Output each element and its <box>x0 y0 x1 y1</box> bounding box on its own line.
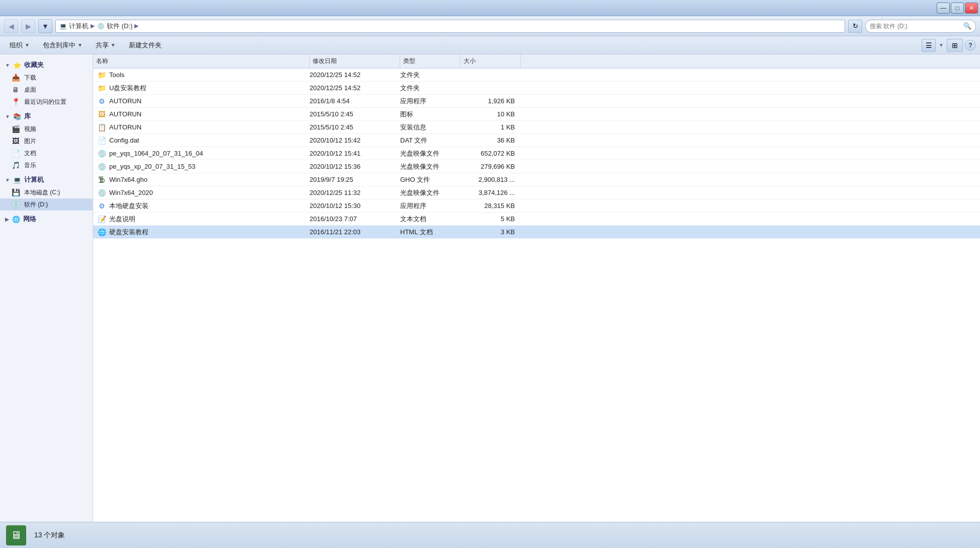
sidebar-section-library: ▼ 📚 库 🎬 视频 🖼 图片 📄 文档 🎵 音乐 <box>0 110 93 171</box>
file-type-cell: 光盘映像文件 <box>400 188 461 197</box>
table-row[interactable]: 📄 Config.dat 2020/10/12 15:42 DAT 文件 36 … <box>93 134 980 147</box>
file-list-header: 名称 修改日期 类型 大小 <box>93 54 980 68</box>
sidebar-section-computer-header[interactable]: ▼ 💻 计算机 <box>0 173 93 186</box>
sidebar-item-downloads[interactable]: 📥 下载 <box>0 72 93 84</box>
sidebar-item-music[interactable]: 🎵 音乐 <box>0 159 93 171</box>
file-date-cell: 2016/1/8 4:54 <box>310 97 400 105</box>
recent-icon: 📍 <box>11 97 20 106</box>
table-row[interactable]: 🌐 硬盘安装教程 2016/11/21 22:03 HTML 文档 3 KB <box>93 226 980 239</box>
refresh-button[interactable]: ↻ <box>848 20 862 33</box>
favorites-toggle-icon: ▼ <box>5 62 10 68</box>
computer-toggle-icon: ▼ <box>5 177 10 183</box>
table-row[interactable]: ⚙ AUTORUN 2016/1/8 4:54 应用程序 1,926 KB <box>93 95 980 108</box>
video-label: 视频 <box>24 125 36 133</box>
file-size-cell: 279,696 KB <box>461 163 521 170</box>
share-label: 共享 <box>96 41 109 50</box>
new-folder-label: 新建文件夹 <box>129 41 162 50</box>
sidebar-item-desktop[interactable]: 🖥 桌面 <box>0 84 93 96</box>
table-row[interactable]: 💿 Win7x64_2020 2020/12/25 11:32 光盘映像文件 3… <box>93 186 980 199</box>
back-button[interactable]: ◀ <box>4 19 18 33</box>
sidebar-item-docs[interactable]: 📄 文档 <box>0 147 93 159</box>
file-name-label: pe_yqs_xp_20_07_31_15_53 <box>109 163 195 170</box>
file-icon: 📁 <box>97 71 106 80</box>
sidebar-item-drive-c[interactable]: 💾 本地磁盘 (C:) <box>0 186 93 198</box>
table-row[interactable]: 🖼 AUTORUN 2015/5/10 2:45 图标 10 KB <box>93 108 980 121</box>
help-button[interactable]: ? <box>965 40 976 51</box>
drive-icon: 💿 <box>97 22 105 30</box>
sidebar: ▼ ⭐ 收藏夹 📥 下载 🖥 桌面 📍 最近访问的位置 ▼ 📚 库 <box>0 54 93 522</box>
main-area: ▼ ⭐ 收藏夹 📥 下载 🖥 桌面 📍 最近访问的位置 ▼ 📚 库 <box>0 54 980 522</box>
file-name-cell: 💿 Win7x64_2020 <box>93 188 310 197</box>
maximize-button[interactable]: □ <box>951 3 964 14</box>
file-name-cell: 🗜 Win7x64.gho <box>93 175 310 184</box>
file-icon: 🌐 <box>97 228 106 237</box>
organize-button[interactable]: 组织 ▼ <box>4 38 35 52</box>
file-name-cell: 🖼 AUTORUN <box>93 110 310 119</box>
file-type-cell: 应用程序 <box>400 201 461 211</box>
file-date-cell: 2020/10/12 15:30 <box>310 202 400 210</box>
table-row[interactable]: 📝 光盘说明 2016/10/23 7:07 文本文档 5 KB <box>93 213 980 226</box>
header-size[interactable]: 大小 <box>461 54 521 68</box>
file-size-cell: 1 KB <box>461 123 521 131</box>
status-app-icon: 🖥 <box>6 525 26 545</box>
network-toggle-icon: ▶ <box>5 217 9 222</box>
file-type-cell: DAT 文件 <box>400 136 461 145</box>
table-row[interactable]: 💿 pe_yqs_1064_20_07_31_16_04 2020/10/12 … <box>93 147 980 160</box>
view-toggle-button[interactable]: ⊞ <box>947 39 963 52</box>
file-date-cell: 2020/10/12 15:41 <box>310 150 400 157</box>
video-icon: 🎬 <box>11 124 20 133</box>
toolbar: 组织 ▼ 包含到库中 ▼ 共享 ▼ 新建文件夹 ☰ ▼ ⊞ ? <box>0 36 980 54</box>
search-box: 🔍 <box>865 20 976 33</box>
library-folder-icon: 📚 <box>13 113 21 120</box>
search-input[interactable] <box>870 23 961 30</box>
file-name-cell: ⚙ 本地硬盘安装 <box>93 201 310 211</box>
table-row[interactable]: 🗜 Win7x64.gho 2019/9/7 19:25 GHO 文件 2,90… <box>93 173 980 186</box>
include-library-button[interactable]: 包含到库中 ▼ <box>37 38 88 52</box>
sidebar-item-drive-d[interactable]: 💿 软件 (D:) <box>0 198 93 211</box>
breadcrumb-drive[interactable]: 💿 软件 (D:) <box>97 22 132 31</box>
sidebar-item-pictures[interactable]: 🖼 图片 <box>0 135 93 147</box>
breadcrumb-computer[interactable]: 💻 计算机 <box>59 22 89 31</box>
file-name-label: Config.dat <box>109 136 139 144</box>
forward-button[interactable]: ▶ <box>21 19 35 33</box>
file-type-cell: 文本文档 <box>400 215 461 224</box>
table-row[interactable]: 📁 Tools 2020/12/25 14:52 文件夹 <box>93 68 980 82</box>
table-row[interactable]: 📁 U盘安装教程 2020/12/25 14:52 文件夹 <box>93 82 980 95</box>
sidebar-section-network-header[interactable]: ▶ 🌐 网络 <box>0 213 93 226</box>
file-name-label: Win7x64.gho <box>109 176 147 183</box>
sidebar-section-favorites: ▼ ⭐ 收藏夹 📥 下载 🖥 桌面 📍 最近访问的位置 <box>0 58 93 108</box>
library-toggle-icon: ▼ <box>5 114 10 119</box>
drive-c-label: 本地磁盘 (C:) <box>24 188 60 197</box>
pictures-icon: 🖼 <box>11 136 20 146</box>
sidebar-item-recent[interactable]: 📍 最近访问的位置 <box>0 96 93 108</box>
table-row[interactable]: ⚙ 本地硬盘安装 2020/10/12 15:30 应用程序 28,315 KB <box>93 199 980 213</box>
view-button[interactable]: ☰ <box>922 39 936 52</box>
header-name[interactable]: 名称 <box>93 54 310 68</box>
share-button[interactable]: 共享 ▼ <box>90 38 121 52</box>
close-button[interactable]: ✕ <box>965 3 978 14</box>
file-icon: 📋 <box>97 123 106 132</box>
new-folder-button[interactable]: 新建文件夹 <box>123 38 167 52</box>
search-icon[interactable]: 🔍 <box>963 22 971 30</box>
header-type[interactable]: 类型 <box>400 54 461 68</box>
library-dropdown-arrow: ▼ <box>78 42 83 48</box>
file-name-label: 光盘说明 <box>109 215 135 224</box>
table-row[interactable]: 📋 AUTORUN 2015/5/10 2:45 安装信息 1 KB <box>93 121 980 134</box>
sidebar-section-library-header[interactable]: ▼ 📚 库 <box>0 110 93 123</box>
drive-c-icon: 💾 <box>11 188 20 197</box>
file-list-area: 名称 修改日期 类型 大小 📁 Tools 2020/12/25 14:52 文… <box>93 54 980 522</box>
breadcrumb-separator-1: ▶ <box>91 23 95 29</box>
file-name-cell: 📋 AUTORUN <box>93 123 310 132</box>
table-row[interactable]: 💿 pe_yqs_xp_20_07_31_15_53 2020/10/12 15… <box>93 160 980 173</box>
file-icon: 📄 <box>97 136 106 145</box>
desktop-icon: 🖥 <box>11 85 20 94</box>
file-icon: 💿 <box>97 188 106 197</box>
minimize-button[interactable]: — <box>937 3 950 14</box>
file-date-cell: 2016/11/21 22:03 <box>310 228 400 236</box>
view-dropdown-arrow[interactable]: ▼ <box>938 42 945 48</box>
header-date[interactable]: 修改日期 <box>310 54 400 68</box>
recent-locations-button[interactable]: ▼ <box>38 19 52 33</box>
file-name-cell: ⚙ AUTORUN <box>93 97 310 106</box>
sidebar-section-favorites-header[interactable]: ▼ ⭐ 收藏夹 <box>0 58 93 72</box>
sidebar-item-video[interactable]: 🎬 视频 <box>0 123 93 135</box>
